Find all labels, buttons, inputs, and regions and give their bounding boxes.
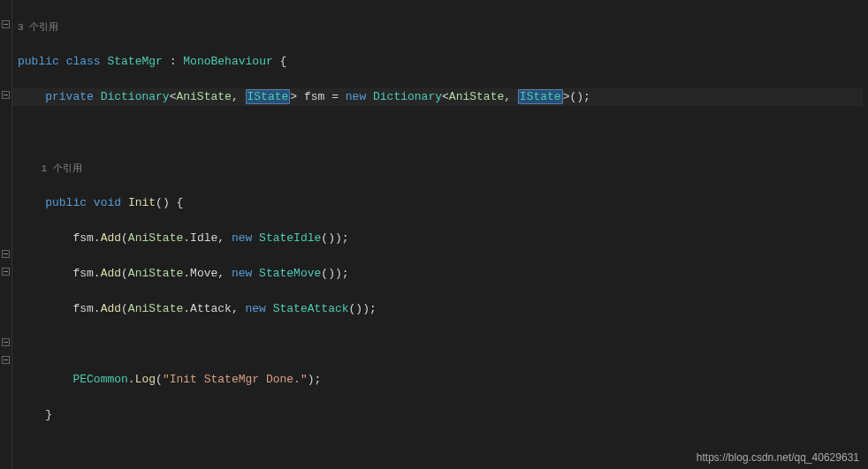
code-line: public class StateMgr : MonoBehaviour { xyxy=(18,53,863,71)
code-line: PECommon.Log("Init StateMgr Done."); xyxy=(18,371,863,389)
code-line: fsm.Add(AniState.Idle, new StateIdle()); xyxy=(18,230,863,247)
highlighted-type: IState xyxy=(246,89,291,104)
highlighted-type: IState xyxy=(518,89,563,104)
codelens-init[interactable]: 1 个引用 xyxy=(18,159,863,177)
code-editor[interactable]: 3 个引用 public class StateMgr : MonoBehavi… xyxy=(0,0,868,469)
fold-toggle[interactable] xyxy=(2,20,10,28)
code-line: fsm.Add(AniState.Attack, new StateAttack… xyxy=(18,300,863,318)
fold-toggle[interactable] xyxy=(2,250,10,258)
code-line: } xyxy=(18,406,863,424)
fold-toggle[interactable] xyxy=(2,338,10,346)
fold-toggle[interactable] xyxy=(2,91,10,99)
fold-toggle[interactable] xyxy=(2,268,10,276)
code-line: public void Init() { xyxy=(18,194,863,212)
code-content[interactable]: 3 个引用 public class StateMgr : MonoBehavi… xyxy=(12,0,868,469)
fold-gutter xyxy=(0,0,12,469)
watermark-text: https://blog.csdn.net/qq_40629631 xyxy=(697,451,859,464)
code-line: fsm.Add(AniState.Move, new StateMove()); xyxy=(18,265,863,283)
codelens-class[interactable]: 3 个引用 xyxy=(18,18,863,35)
code-line-active: private Dictionary<AniState, IState> fsm… xyxy=(12,88,863,106)
fold-toggle[interactable] xyxy=(2,356,10,364)
